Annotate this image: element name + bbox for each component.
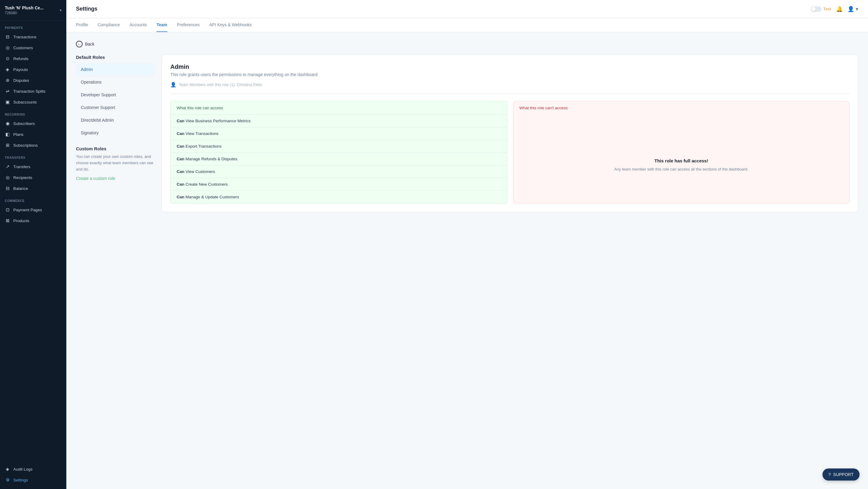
role-item-developer-support[interactable]: Developer Support — [76, 89, 154, 101]
sidebar-bottom: ◈Audit Logs ⚙Settings — [0, 464, 66, 489]
sidebar-section-recurring: RECURRING ◉Subscribers ◧Plans ⊞Subscript… — [0, 108, 66, 151]
topbar-right: Test 🔔 👤 ▾ — [811, 6, 858, 12]
test-toggle-container: Test — [811, 6, 831, 12]
cant-access-header: What this role can't access — [514, 102, 849, 114]
role-members-info: 👤 Team Members with this role (1): Chris… — [170, 82, 849, 94]
disputes-icon: ⊛ — [5, 78, 10, 83]
sidebar-item-payouts[interactable]: ◈Payouts — [0, 64, 66, 75]
sidebar-section-commerce: COMMERCE ⊡Payment Pages ⊠Products — [0, 194, 66, 226]
back-button[interactable]: ← Back — [76, 41, 858, 48]
permission-view-transactions: Can View Transactions — [170, 127, 507, 140]
sidebar-section-payments: PAYMENTS ⊟Transactions ◎Customers ⊙Refun… — [0, 21, 66, 108]
sidebar-item-subaccounts[interactable]: ▣Subaccounts — [0, 96, 66, 108]
section-label-payments: PAYMENTS — [0, 21, 66, 31]
section-label-commerce: COMMERCE — [0, 194, 66, 204]
sidebar-item-audit-logs[interactable]: ◈Audit Logs — [0, 464, 66, 474]
section-label-transfers: TRANSFERS — [0, 151, 66, 161]
test-toggle[interactable] — [811, 6, 822, 12]
sidebar-section-transfers: TRANSFERS ↗Transfers ◎Recipients ⊟Balanc… — [0, 151, 66, 194]
audit-logs-icon: ◈ — [5, 466, 10, 472]
permissions-grid: What this role can access Can View Busin… — [170, 101, 849, 203]
can-access-header: What this role can access — [170, 102, 507, 114]
permission-create-customers: Can Create New Customers — [170, 178, 507, 191]
transaction-splits-icon: ⇌ — [5, 88, 10, 94]
sidebar-item-products[interactable]: ⊠Products — [0, 215, 66, 226]
roles-panel: Default Roles Admin Operations Developer… — [76, 55, 154, 181]
permission-manage-refunds: Can Manage Refunds & Disputes — [170, 152, 507, 165]
tab-preferences[interactable]: Preferences — [177, 18, 199, 32]
subaccounts-icon: ▣ — [5, 99, 10, 105]
subscriptions-icon: ⊞ — [5, 142, 10, 148]
customers-icon: ◎ — [5, 45, 10, 50]
balance-icon: ⊟ — [5, 185, 10, 191]
support-button[interactable]: ? SUPPORT — [823, 468, 860, 481]
sidebar-item-balance[interactable]: ⊟Balance — [0, 183, 66, 194]
test-label: Test — [824, 7, 831, 11]
role-detail-description: This role grants users the permissions t… — [170, 72, 849, 77]
settings-icon: ⚙ — [5, 477, 10, 483]
subscribers-icon: ◉ — [5, 121, 10, 126]
products-icon: ⊠ — [5, 218, 10, 223]
roles-layout: Default Roles Admin Operations Developer… — [76, 55, 858, 212]
custom-roles-title: Custom Roles — [76, 146, 154, 151]
page-title: Settings — [76, 6, 97, 12]
sidebar-item-transfers[interactable]: ↗Transfers — [0, 161, 66, 172]
sidebar-item-customers[interactable]: ◎Customers — [0, 42, 66, 53]
topbar: Settings Test 🔔 👤 ▾ — [66, 0, 868, 18]
tab-accounts[interactable]: Accounts — [130, 18, 147, 32]
cant-access-box: What this role can't access This role ha… — [513, 101, 850, 203]
transfers-icon: ↗ — [5, 164, 10, 169]
full-access-content: This role has full access! Any team memb… — [514, 114, 849, 203]
sidebar-item-recipients[interactable]: ◎Recipients — [0, 172, 66, 183]
support-label: SUPPORT — [833, 472, 854, 477]
full-access-title: This role has full access! — [655, 158, 708, 163]
sidebar-item-subscriptions[interactable]: ⊞Subscriptions — [0, 140, 66, 151]
custom-roles-desc: You can create your own custom roles, an… — [76, 154, 154, 172]
sidebar-item-plans[interactable]: ◧Plans — [0, 129, 66, 140]
tab-profile[interactable]: Profile — [76, 18, 88, 32]
role-item-admin[interactable]: Admin — [76, 63, 154, 76]
permission-view-customers: Can View Customers — [170, 165, 507, 178]
payment-pages-icon: ⊡ — [5, 207, 10, 212]
permission-manage-customers: Can Manage & Update Customers — [170, 191, 507, 203]
brand-name: Tush 'N' Plush Ce... — [5, 5, 44, 10]
role-item-operations[interactable]: Operations — [76, 76, 154, 88]
section-label-recurring: RECURRING — [0, 108, 66, 118]
sidebar-item-refunds[interactable]: ⊙Refunds — [0, 53, 66, 64]
role-item-customer-support[interactable]: Customer Support — [76, 102, 154, 114]
tab-team[interactable]: Team — [156, 18, 167, 32]
can-access-box: What this role can access Can View Busin… — [170, 101, 507, 203]
brand-chevron: ▾ — [60, 8, 62, 12]
default-roles-title: Default Roles — [76, 55, 154, 60]
role-item-directdebit-admin[interactable]: Directdebit Admin — [76, 114, 154, 126]
sidebar: Tush 'N' Plush Ce... 726080 ▾ PAYMENTS ⊟… — [0, 0, 66, 489]
tab-api-keys[interactable]: API Keys & Webhooks — [209, 18, 252, 32]
transactions-icon: ⊟ — [5, 34, 10, 39]
brand-header[interactable]: Tush 'N' Plush Ce... 726080 ▾ — [0, 0, 66, 21]
sidebar-item-disputes[interactable]: ⊛Disputes — [0, 75, 66, 86]
main-content: Settings Test 🔔 👤 ▾ Profile Compliance A… — [66, 0, 868, 489]
members-icon: 👤 — [170, 82, 176, 88]
role-detail-title: Admin — [170, 63, 849, 70]
back-label: Back — [85, 42, 94, 47]
payouts-icon: ◈ — [5, 67, 10, 72]
sidebar-item-payment-pages[interactable]: ⊡Payment Pages — [0, 204, 66, 215]
user-menu-icon[interactable]: 👤 ▾ — [847, 6, 858, 12]
full-access-desc: Any team member with this role can acces… — [614, 166, 748, 173]
recipients-icon: ◎ — [5, 175, 10, 180]
brand-id: 726080 — [5, 11, 44, 15]
back-circle-icon: ← — [76, 41, 83, 48]
sidebar-item-transactions[interactable]: ⊟Transactions — [0, 31, 66, 42]
sidebar-item-transaction-splits[interactable]: ⇌Transaction Splits — [0, 86, 66, 96]
permission-export-transactions: Can Export Transactions — [170, 140, 507, 152]
support-icon: ? — [829, 472, 831, 477]
role-item-signatory[interactable]: Signatory — [76, 127, 154, 139]
notification-bell-icon[interactable]: 🔔 — [836, 6, 843, 12]
refunds-icon: ⊙ — [5, 56, 10, 61]
sidebar-item-settings[interactable]: ⚙Settings — [0, 474, 66, 485]
role-detail-panel: Admin This role grants users the permiss… — [162, 55, 858, 212]
plans-icon: ◧ — [5, 132, 10, 137]
create-custom-role-link[interactable]: Create a custom role — [76, 176, 154, 181]
tab-compliance[interactable]: Compliance — [98, 18, 120, 32]
sidebar-item-subscribers[interactable]: ◉Subscribers — [0, 118, 66, 129]
